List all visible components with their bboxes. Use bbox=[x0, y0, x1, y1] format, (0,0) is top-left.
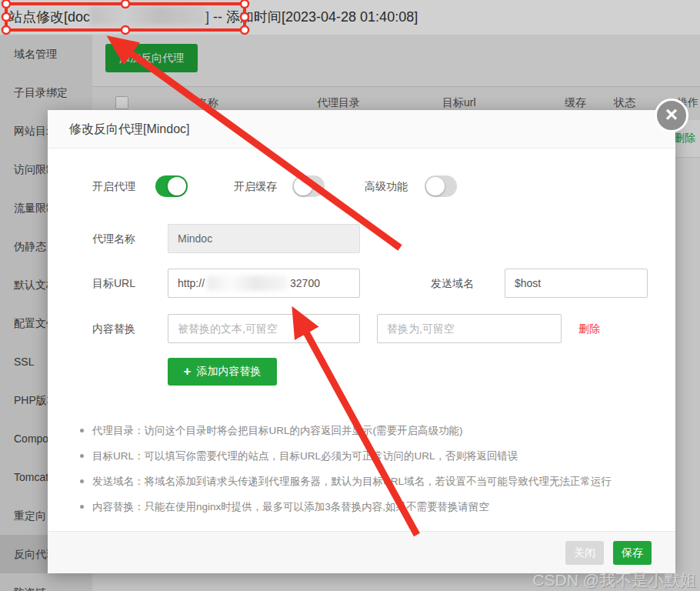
add-replace-label: 添加内容替换 bbox=[196, 365, 261, 377]
tip-item: 目标URL：可以填写你需要代理的站点，目标URL必须为可正常访问的URL，否则将… bbox=[48, 443, 675, 469]
bullet-icon bbox=[80, 479, 84, 483]
close-button[interactable]: 关闭 bbox=[565, 541, 604, 565]
tip-item: 发送域名：将域名添加到请求头传递到代理服务器，默认为目标URL域名，若设置不当可… bbox=[48, 469, 675, 494]
target-url-input[interactable]: http://32700 bbox=[168, 269, 360, 298]
tip-text: 发送域名：将域名添加到请求头传递到代理服务器，默认为目标URL域名，若设置不当可… bbox=[92, 476, 612, 487]
target-url-suffix: 32700 bbox=[290, 277, 320, 289]
tip-text: 目标URL：可以填写你需要代理的站点，目标URL必须为可正常访问的URL，否则将… bbox=[92, 450, 518, 462]
plus-icon bbox=[184, 365, 197, 377]
toggle-knob bbox=[294, 177, 312, 195]
proxy-enable-toggle[interactable] bbox=[155, 175, 188, 197]
save-button[interactable]: 保存 bbox=[613, 541, 652, 565]
cache-enable-toggle[interactable] bbox=[292, 175, 325, 197]
cache-enable-label: 开启缓存 bbox=[234, 175, 277, 197]
close-icon[interactable] bbox=[655, 98, 688, 132]
target-url-label: 目标URL bbox=[92, 269, 135, 298]
send-domain-label: 发送域名 bbox=[431, 269, 474, 298]
advanced-feature-label: 高级功能 bbox=[365, 175, 408, 197]
tip-item: 内容替换：只能在使用nginx时提供，最多可以添加3条替换内容,如果不需要替换请… bbox=[48, 494, 675, 519]
send-domain-input[interactable] bbox=[505, 269, 648, 298]
edit-reverse-proxy-modal: 修改反向代理[Mindoc] 开启代理 开启缓存 高级功能 代理名称 目标URL… bbox=[48, 110, 675, 573]
content-replace-label: 内容替换 bbox=[92, 314, 135, 343]
toggle-knob bbox=[426, 177, 445, 195]
tip-item: 代理目录：访问这个目录时将会把目标URL的内容返回并显示(需要开启高级功能) bbox=[48, 418, 675, 443]
target-url-prefix: http:// bbox=[178, 277, 205, 289]
add-content-replace-button[interactable]: 添加内容替换 bbox=[168, 358, 277, 386]
proxy-name-label: 代理名称 bbox=[92, 224, 135, 253]
replace-to-input[interactable] bbox=[377, 314, 562, 343]
bullet-icon bbox=[80, 454, 84, 458]
help-tips: 代理目录：访问这个目录时将会把目标URL的内容返回并显示(需要开启高级功能) 目… bbox=[48, 418, 675, 519]
proxy-enable-label: 开启代理 bbox=[92, 175, 135, 197]
replace-from-input[interactable] bbox=[168, 314, 360, 343]
redacted-url-blur bbox=[207, 275, 288, 291]
modal-header: 修改反向代理[Mindoc] bbox=[48, 110, 675, 149]
bullet-icon bbox=[80, 429, 84, 432]
tip-text: 内容替换：只能在使用nginx时提供，最多可以添加3条替换内容,如果不需要替换请… bbox=[92, 501, 489, 513]
modal-footer: 关闭 保存 bbox=[48, 531, 675, 573]
replace-delete-link[interactable]: 删除 bbox=[578, 314, 600, 343]
bullet-icon bbox=[80, 505, 84, 509]
screen: 站点修改[doc] -- 添加时间[2023-04-28 01:40:08] 域… bbox=[0, 0, 700, 591]
toggle-knob bbox=[168, 177, 186, 195]
proxy-name-input[interactable] bbox=[168, 224, 360, 253]
modal-title: 修改反向代理[Mindoc] bbox=[69, 110, 189, 149]
tip-text: 代理目录：访问这个目录时将会把目标URL的内容返回并显示(需要开启高级功能) bbox=[92, 425, 463, 436]
watermark: CSDN @我不是小默姐 bbox=[532, 569, 696, 591]
advanced-feature-toggle[interactable] bbox=[425, 175, 457, 197]
